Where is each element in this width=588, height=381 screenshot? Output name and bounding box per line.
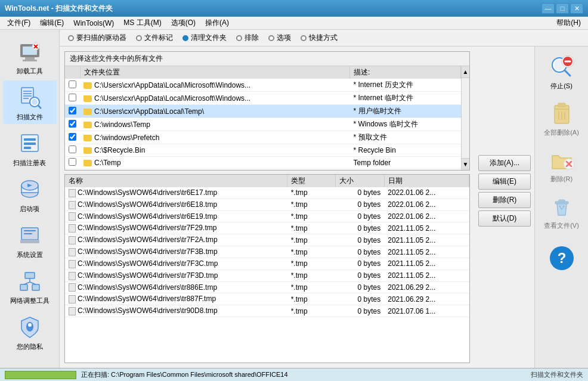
menu-actions[interactable]: 操作(A) [200, 17, 234, 29]
tab-clean[interactable]: 清理文件夹 [179, 32, 230, 44]
scan-table-row[interactable]: C:\Windows\SysWOW64\drivers\tr6E17.tmp *… [65, 187, 469, 199]
edit-button[interactable]: 编辑(E) [478, 174, 531, 190]
add-button[interactable]: 添加(A)... [478, 155, 531, 171]
row-desc: * Internet 历史文件 [350, 79, 461, 92]
scan-table-row[interactable]: C:\Windows\SysWOW64\drivers\tr886E.tmp *… [65, 281, 469, 293]
view-file-tool-btn[interactable]: 查看文件(V) [538, 191, 586, 233]
scan-table-row[interactable]: C:\Windows\SysWOW64\drivers\tr7F3B.tmp *… [65, 246, 469, 258]
scan-row-size: 0 bytes [336, 187, 384, 199]
file-table-row[interactable]: C:\Users\cxr\AppData\Local\Microsoft\Win… [65, 92, 461, 105]
col-path: 文件夹位置 [80, 66, 350, 79]
scan-row-name: C:\Windows\SysWOW64\drivers\tr887F.tmp [65, 293, 287, 305]
sidebar-item-startup[interactable]: 启动项 [3, 172, 57, 216]
stop-label: 停止(S) [550, 82, 572, 91]
scan-table[interactable]: 名称 类型 大小 日期 C:\Windows\SysWOW64\drivers\… [65, 175, 469, 363]
col-scan-name: 名称 [65, 175, 287, 187]
row-checkbox[interactable] [69, 120, 76, 128]
scan-row-name: C:\Windows\SysWOW64\drivers\tr7F3B.tmp [65, 246, 287, 258]
scan-table-row[interactable]: C:\Windows\SysWOW64\drivers\tr7F2A.tmp *… [65, 234, 469, 246]
scroll-up-button[interactable]: ▲ [462, 66, 469, 78]
file-table-row[interactable]: C:\windows\Temp * Windows 临时文件 [65, 118, 461, 131]
help-tool-btn[interactable]: ? [538, 237, 586, 279]
row-desc: * Windows 临时文件 [350, 118, 461, 131]
tab-drive[interactable]: 要扫描的驱动器 [64, 32, 130, 44]
scan-row-type: *.tmp [287, 199, 336, 210]
file-icon [69, 295, 76, 303]
svg-rect-24 [20, 240, 39, 243]
file-icon [69, 189, 76, 197]
row-checkbox[interactable] [69, 107, 76, 114]
scan-row-size: 0 bytes [336, 210, 384, 222]
file-icon [69, 260, 76, 268]
sidebar-item-scan-reg[interactable]: 扫描注册表 [3, 126, 57, 170]
row-checkbox[interactable] [69, 94, 76, 101]
sidebar-item-scan-files[interactable]: 扫描文件 [3, 80, 57, 124]
row-checkbox[interactable] [69, 80, 76, 88]
file-table-row[interactable]: C:\Users\cxr\AppData\Local\Microsoft\Win… [65, 79, 461, 92]
row-checkbox-cell [65, 79, 80, 92]
scan-row-date: 2021.11.05 2... [384, 270, 469, 281]
file-table-row[interactable]: C:\windows\Prefetch * 预取文件 [65, 131, 461, 144]
scan-row-size: 0 bytes [336, 234, 384, 246]
delete-icon [549, 147, 575, 174]
sidebar-item-privacy[interactable]: 您的隐私 [3, 310, 57, 354]
sidebar-label-network: 网络调整工具 [10, 296, 49, 305]
row-checkbox[interactable] [69, 133, 76, 141]
file-table-row[interactable]: C:\$Recycle.Bin * Recycle Bin [65, 144, 461, 157]
scan-row-size: 0 bytes [336, 222, 384, 234]
menu-ms-tools[interactable]: MS 工具(M) [119, 17, 166, 29]
status-bar: 正在扫描: C:\Program Files\Common Files\micr… [0, 368, 588, 381]
scan-table-row[interactable]: C:\Windows\SysWOW64\drivers\tr887F.tmp *… [65, 293, 469, 305]
scan-table-row[interactable]: C:\Windows\SysWOW64\drivers\tr7F3C.tmp *… [65, 258, 469, 270]
maximize-button[interactable]: □ [556, 3, 569, 14]
row-checkbox[interactable] [69, 158, 76, 166]
menu-file[interactable]: 文件(F) [2, 17, 35, 29]
close-button[interactable]: ✕ [570, 3, 583, 14]
scan-result-section: 名称 类型 大小 日期 C:\Windows\SysWOW64\drivers\… [64, 174, 470, 363]
sidebar-item-settings[interactable]: 系统设置 [3, 218, 57, 262]
delete-tool-btn[interactable]: 删除(R) [538, 144, 586, 186]
scan-table-row[interactable]: C:\Windows\SysWOW64\drivers\tr6E18.tmp *… [65, 199, 469, 210]
row-checkbox-cell [65, 157, 80, 169]
delete-all-tool-btn[interactable]: 全部删除(A) [538, 98, 586, 140]
row-checkbox-cell [65, 131, 80, 144]
scan-row-name: C:\Windows\SysWOW64\drivers\tr7F3D.tmp [65, 270, 287, 281]
window-controls: — □ ✕ [541, 3, 583, 14]
file-table-row[interactable]: C:\Temp Temp folder [65, 157, 461, 169]
col-desc: 描述: [350, 66, 461, 79]
scan-row-size: 0 bytes [336, 281, 384, 293]
scan-table-row[interactable]: C:\Windows\SysWOW64\drivers\tr90D8.tmp *… [65, 305, 469, 317]
scan-row-type: *.tmp [287, 270, 336, 281]
menu-help[interactable]: 帮助(H) [552, 17, 586, 29]
scan-reg-icon [16, 129, 44, 157]
minimize-button[interactable]: — [541, 3, 555, 14]
tab-exclude[interactable]: 排除 [233, 32, 262, 44]
menu-options[interactable]: 选项(O) [166, 17, 200, 29]
row-checkbox-cell [65, 92, 80, 105]
file-table[interactable]: 文件夹位置 描述: C:\Users\cxr\AppData\Local\Mic… [65, 66, 461, 170]
tab-mark[interactable]: 文件标记 [132, 32, 177, 44]
sidebar-item-network[interactable]: 网络调整工具 [3, 264, 57, 308]
tab-radio-clean [182, 35, 188, 41]
menu-wintools[interactable]: WinTools(W) [69, 18, 119, 29]
scroll-down-button[interactable]: ▼ [462, 158, 469, 170]
svg-rect-43 [558, 103, 565, 107]
stop-tool-btn[interactable]: 停止(S) [538, 51, 586, 93]
scan-table-row[interactable]: C:\Windows\SysWOW64\drivers\tr7F3D.tmp *… [65, 270, 469, 281]
view-file-label: 查看文件(V) [544, 221, 579, 230]
default-button[interactable]: 默认(D) [478, 210, 531, 227]
tab-options[interactable]: 选项 [265, 32, 295, 44]
svg-rect-18 [24, 147, 31, 149]
tab-shortcuts[interactable]: 快捷方式 [297, 32, 341, 44]
file-table-row[interactable]: C:\Users\cxr\AppData\Local\Temp\ * 用户临时文… [65, 105, 461, 118]
row-checkbox[interactable] [69, 145, 76, 153]
menu-edit[interactable]: 编辑(E) [35, 17, 69, 29]
sidebar-item-uninstall[interactable]: 卸载工具 [3, 35, 57, 78]
scan-table-row[interactable]: C:\Windows\SysWOW64\drivers\tr6E19.tmp *… [65, 210, 469, 222]
scan-row-type: *.tmp [287, 258, 336, 270]
scan-table-row[interactable]: C:\Windows\SysWOW64\drivers\tr7F29.tmp *… [65, 222, 469, 234]
scan-row-size: 0 bytes [336, 258, 384, 270]
tab-radio-shortcuts [301, 35, 307, 41]
network-icon [16, 267, 44, 295]
delete-button[interactable]: 删除(R) [478, 192, 531, 208]
